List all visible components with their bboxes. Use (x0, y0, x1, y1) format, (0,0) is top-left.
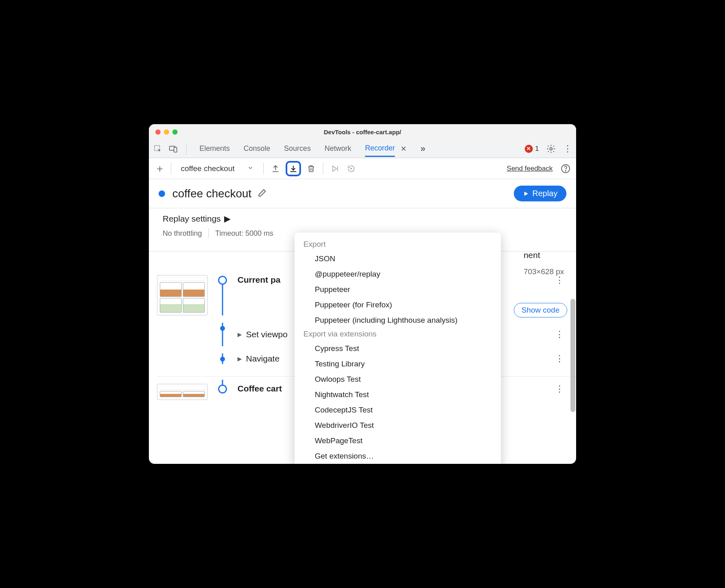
divider (208, 228, 209, 238)
step-kebab-icon[interactable]: ⋮ (555, 384, 564, 394)
export-extensions-header: Export via extensions (295, 328, 501, 341)
step-over-icon[interactable] (329, 163, 341, 175)
export-option-puppeteer-firefox[interactable]: Puppeteer (for Firefox) (295, 297, 501, 313)
panel-tabs: Elements Console Sources Network Recorde… (199, 141, 425, 157)
macos-titlebar: DevTools - coffee-cart.app/ (149, 124, 576, 140)
inspect-element-icon[interactable] (153, 144, 163, 154)
device-toolbar-icon[interactable] (168, 144, 178, 154)
new-recording-button[interactable]: ＋ (155, 161, 165, 176)
settings-gear-icon[interactable] (546, 144, 556, 154)
export-option-get-extensions[interactable]: Get extensions… (295, 448, 501, 464)
continue-icon[interactable] (345, 163, 357, 175)
divider (323, 163, 323, 175)
export-icon[interactable] (286, 161, 301, 176)
devtools-tabstrip: Elements Console Sources Network Recorde… (149, 140, 576, 158)
export-menu-header: Export (295, 238, 501, 251)
throttling-value: No throttling (163, 229, 202, 238)
svg-point-6 (565, 170, 566, 171)
export-option-testing-library[interactable]: Testing Library (295, 356, 501, 372)
minimize-window-icon[interactable] (164, 129, 169, 135)
edit-title-icon[interactable] (257, 188, 267, 199)
chevron-down-icon (247, 164, 254, 173)
close-window-icon[interactable] (155, 129, 161, 135)
export-option-json[interactable]: JSON (295, 251, 501, 267)
tab-network[interactable]: Network (324, 141, 351, 156)
divider (263, 163, 264, 175)
scrollbar-thumb[interactable] (570, 299, 575, 412)
export-option-webdriverio[interactable]: WebdriverIO Test (295, 418, 501, 433)
step-kebab-icon[interactable]: ⋮ (555, 275, 564, 286)
caret-right-icon: ▶ (237, 331, 242, 338)
tab-console[interactable]: Console (244, 141, 270, 156)
divider (171, 163, 171, 175)
recording-title: coffee checkout (172, 187, 252, 200)
error-count: 1 (535, 145, 539, 153)
recorder-toolbar: ＋ coffee checkout Send feedback (149, 158, 576, 179)
recording-dropdown-label: coffee checkout (181, 164, 235, 173)
replay-button-label: Replay (532, 189, 558, 198)
caret-right-icon: ▶ (237, 355, 242, 362)
play-icon (523, 190, 529, 197)
traffic-lights (149, 129, 178, 135)
step-kebab-icon[interactable]: ⋮ (555, 329, 564, 340)
export-option-puppeteer-replay[interactable]: @puppeteer/replay (295, 267, 501, 282)
kebab-menu-icon[interactable]: ⋮ (563, 144, 572, 154)
recording-dropdown[interactable]: coffee checkout (177, 164, 258, 173)
export-option-nightwatch[interactable]: Nightwatch Test (295, 387, 501, 402)
step-label: Set viewpo (246, 330, 288, 339)
recording-header: coffee checkout Replay (149, 179, 576, 208)
send-feedback-link[interactable]: Send feedback (507, 165, 553, 173)
svg-rect-2 (174, 147, 177, 152)
tab-elements[interactable]: Elements (199, 141, 230, 156)
replay-settings-label: Replay settings (163, 214, 221, 224)
divider (186, 143, 187, 154)
timeout-value: Timeout: 5000 ms (215, 229, 273, 238)
more-tabs-icon[interactable]: » (420, 144, 425, 154)
replay-button[interactable]: Replay (514, 186, 566, 201)
tab-sources[interactable]: Sources (284, 141, 311, 156)
export-menu: Export JSON @puppeteer/replay Puppeteer … (295, 233, 501, 464)
export-option-webpagetest[interactable]: WebPageTest (295, 433, 501, 448)
export-option-owloops[interactable]: Owloops Test (295, 372, 501, 387)
recorder-panel: coffee checkout Replay Replay settings ▶… (149, 179, 576, 464)
window-title: DevTools - coffee-cart.app/ (149, 129, 576, 135)
close-tab-icon[interactable]: ✕ (401, 144, 407, 153)
replay-settings-toggle[interactable]: Replay settings ▶ (163, 214, 562, 224)
export-option-puppeteer[interactable]: Puppeteer (295, 282, 501, 297)
step-kebab-icon[interactable]: ⋮ (555, 353, 564, 364)
export-option-puppeteer-lighthouse[interactable]: Puppeteer (including Lighthouse analysis… (295, 313, 501, 328)
caret-right-icon: ▶ (224, 214, 231, 224)
export-option-codeceptjs[interactable]: CodeceptJS Test (295, 402, 501, 418)
svg-point-4 (351, 168, 352, 169)
maximize-window-icon[interactable] (172, 129, 178, 135)
import-icon[interactable] (269, 163, 282, 175)
error-icon: ✕ (525, 145, 533, 153)
error-indicator[interactable]: ✕ 1 (525, 145, 539, 153)
export-option-cypress[interactable]: Cypress Test (295, 341, 501, 356)
step-label: Navigate (246, 354, 280, 364)
step-thumbnail (157, 384, 208, 400)
devtools-window: DevTools - coffee-cart.app/ Elements Con… (149, 124, 576, 464)
delete-icon[interactable] (305, 163, 317, 175)
step-thumbnail (157, 275, 208, 315)
svg-point-3 (550, 148, 552, 150)
recording-status-dot (159, 190, 165, 197)
tab-recorder[interactable]: Recorder (365, 141, 395, 157)
environment-label: nent (524, 250, 564, 260)
help-icon[interactable] (561, 164, 570, 173)
